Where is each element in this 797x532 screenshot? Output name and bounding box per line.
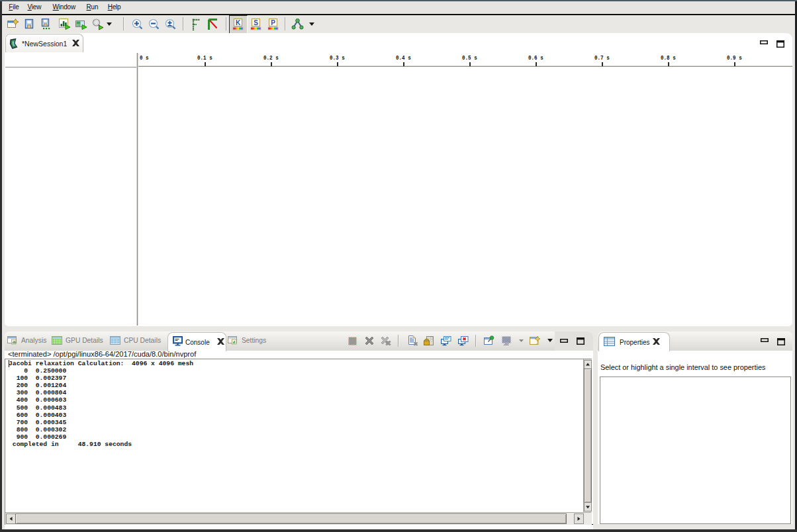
svg-text:P: P: [271, 19, 275, 26]
svg-text:K: K: [236, 19, 241, 26]
svg-text:S: S: [254, 19, 258, 26]
